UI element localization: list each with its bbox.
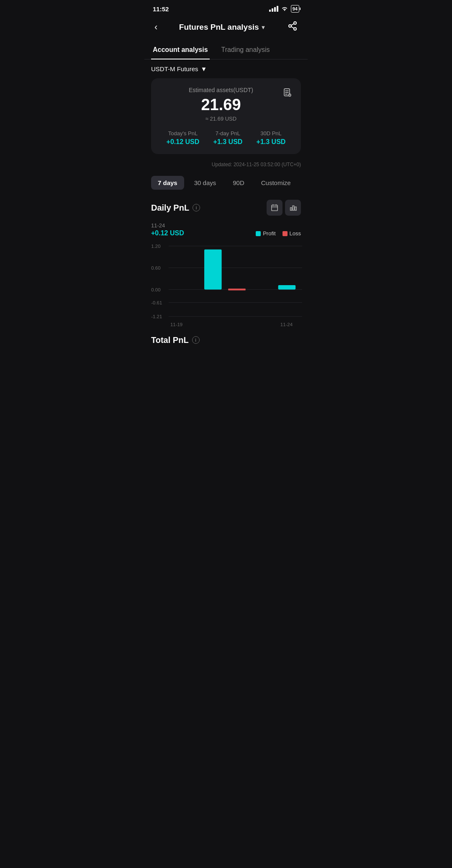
back-button[interactable]: ‹ [153, 20, 159, 34]
svg-text:-1.21: -1.21 [151, 314, 162, 319]
tab-account-analysis[interactable]: Account analysis [151, 42, 210, 59]
status-icons: 94 [269, 5, 299, 13]
futures-dropdown-row: USDT-M Futures ▼ [144, 59, 308, 77]
battery-icon: 94 [291, 5, 299, 13]
bar-2 [204, 250, 222, 290]
svg-rect-17 [293, 206, 294, 211]
tab-trading-analysis[interactable]: Trading analysis [220, 42, 272, 59]
today-pnl: Today's PnL +0.12 USD [167, 130, 200, 146]
x-label-end: 11-24 [280, 322, 293, 327]
total-pnl-info-icon[interactable]: i [192, 336, 200, 344]
daily-pnl-info-icon[interactable]: i [193, 204, 200, 211]
asset-usd: ≈ 21.69 USD [159, 116, 282, 122]
period-90d[interactable]: 90D [226, 176, 251, 190]
profit-legend: Profit [256, 230, 275, 237]
bar-3 [228, 288, 246, 290]
svg-text:1.20: 1.20 [151, 244, 160, 249]
header: ‹ Futures PnL analysis ▼ [144, 16, 308, 42]
period-customize[interactable]: Customize [254, 176, 298, 190]
total-pnl-title: Total PnL i [151, 335, 301, 345]
total-pnl-section: Total PnL i [144, 329, 308, 348]
time: 11:52 [153, 5, 169, 13]
signal-icon [269, 6, 278, 12]
thirty-day-pnl: 30D PnL +1.3 USD [257, 130, 286, 146]
svg-text:0.60: 0.60 [151, 265, 160, 270]
seven-day-pnl: 7-day PnL +1.3 USD [213, 130, 243, 146]
updated-timestamp: Updated: 2024-11-25 03:52:00 (UTC+0) [144, 159, 308, 173]
profit-dot [256, 231, 261, 236]
svg-rect-16 [290, 208, 292, 210]
asset-value: 21.69 [159, 96, 282, 114]
header-title: Futures PnL analysis ▼ [179, 23, 266, 32]
futures-dropdown[interactable]: USDT-M Futures ▼ [151, 65, 207, 72]
daily-pnl-header: Daily PnL i [144, 196, 308, 221]
view-buttons [267, 200, 301, 216]
chart-date: 11-24 [151, 222, 301, 229]
x-label-start: 11-19 [170, 322, 182, 327]
period-30days[interactable]: 30 days [187, 176, 223, 190]
calendar-view-button[interactable] [267, 200, 282, 216]
svg-line-3 [291, 27, 294, 28]
assets-card: Estimated assets(USDT) 21.69 ≈ 21.69 USD… [151, 78, 301, 154]
tabs: Account analysis Trading analysis [144, 42, 308, 59]
svg-point-11 [290, 95, 290, 95]
bar-6 [278, 285, 296, 289]
loss-dot [282, 231, 288, 236]
chart-svg: 1.20 0.60 0.00 -0.61 -1.21 11-19 11-24 [148, 240, 304, 327]
asset-detail-icon[interactable] [282, 88, 293, 100]
pnl-row: Today's PnL +0.12 USD 7-day PnL +1.3 USD… [159, 130, 293, 146]
estimated-label: Estimated assets(USDT) [159, 87, 282, 93]
profit-label: Profit [263, 230, 275, 237]
svg-text:-0.61: -0.61 [151, 300, 162, 305]
status-bar: 11:52 94 [144, 0, 308, 16]
dropdown-chevron: ▼ [201, 65, 207, 72]
svg-rect-12 [272, 205, 277, 211]
svg-text:0.00: 0.00 [151, 287, 160, 292]
svg-rect-18 [295, 207, 297, 210]
loss-legend: Loss [282, 230, 301, 237]
share-button[interactable] [286, 19, 299, 35]
title-chevron[interactable]: ▼ [261, 24, 266, 31]
svg-line-4 [291, 24, 294, 26]
wifi-icon [281, 6, 288, 12]
period-selector: 7 days 30 days 90D Customize [144, 173, 308, 196]
loss-label: Loss [290, 230, 301, 237]
daily-pnl-chart: 1.20 0.60 0.00 -0.61 -1.21 11-19 11-24 [144, 240, 308, 329]
chart-view-button[interactable] [285, 200, 301, 216]
period-7days[interactable]: 7 days [151, 176, 184, 190]
daily-pnl-title: Daily PnL i [151, 203, 200, 213]
